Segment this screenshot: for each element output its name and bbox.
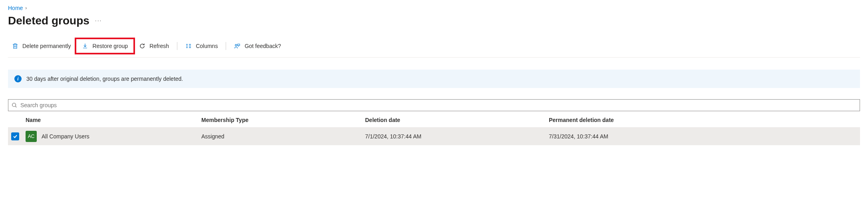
info-icon: i: [14, 75, 22, 82]
toolbar-separator: [226, 42, 226, 50]
trash-icon: [12, 43, 18, 49]
column-header-select[interactable]: [8, 113, 22, 128]
search-row[interactable]: [8, 99, 860, 111]
restore-group-label: Restore group: [92, 43, 128, 49]
restore-group-button[interactable]: Restore group: [78, 40, 132, 52]
refresh-label: Refresh: [149, 43, 169, 49]
svg-point-1: [12, 103, 16, 107]
toolbar: Delete permanently Restore group Refresh…: [8, 38, 860, 58]
svg-point-0: [235, 44, 237, 46]
permanent-deletion-date-cell: 7/31/2024, 10:37:44 AM: [546, 128, 860, 146]
column-header-deletion-date[interactable]: Deletion date: [362, 113, 546, 128]
feedback-button[interactable]: Got feedback?: [230, 40, 285, 52]
delete-permanently-button[interactable]: Delete permanently: [8, 40, 75, 52]
group-name[interactable]: All Company Users: [42, 133, 89, 140]
restore-highlight: Restore group: [75, 38, 135, 54]
search-input[interactable]: [20, 102, 856, 108]
deletion-date-cell: 7/1/2024, 10:37:44 AM: [362, 128, 546, 146]
feedback-label: Got feedback?: [244, 43, 281, 49]
chevron-right-icon: ›: [25, 5, 27, 11]
page-title-row: Deleted groups ···: [8, 14, 860, 27]
columns-icon: [185, 43, 192, 49]
membership-type-cell: Assigned: [198, 128, 362, 146]
more-actions-button[interactable]: ···: [95, 17, 102, 24]
row-checkbox[interactable]: [11, 132, 19, 140]
refresh-icon: [139, 43, 145, 49]
delete-permanently-label: Delete permanently: [22, 43, 71, 49]
info-message: 30 days after original deletion, groups …: [26, 76, 183, 82]
breadcrumb-home[interactable]: Home: [8, 5, 23, 11]
breadcrumb: Home ›: [8, 5, 860, 11]
person-feedback-icon: [234, 43, 240, 49]
avatar: AC: [26, 131, 37, 142]
column-header-permanent-deletion-date[interactable]: Permanent deletion date: [546, 113, 860, 128]
table-row[interactable]: AC All Company Users Assigned 7/1/2024, …: [8, 128, 860, 146]
groups-table: Name Membership Type Deletion date Perma…: [8, 113, 860, 145]
columns-label: Columns: [196, 43, 218, 49]
info-bar: i 30 days after original deletion, group…: [8, 70, 860, 88]
refresh-button[interactable]: Refresh: [135, 40, 173, 52]
columns-button[interactable]: Columns: [181, 40, 222, 52]
search-icon: [12, 102, 17, 108]
download-icon: [82, 43, 88, 49]
table-header-row: Name Membership Type Deletion date Perma…: [8, 113, 860, 128]
toolbar-separator: [177, 42, 177, 50]
column-header-name[interactable]: Name: [22, 113, 198, 128]
page-title: Deleted groups: [8, 14, 89, 27]
column-header-membership-type[interactable]: Membership Type: [198, 113, 362, 128]
